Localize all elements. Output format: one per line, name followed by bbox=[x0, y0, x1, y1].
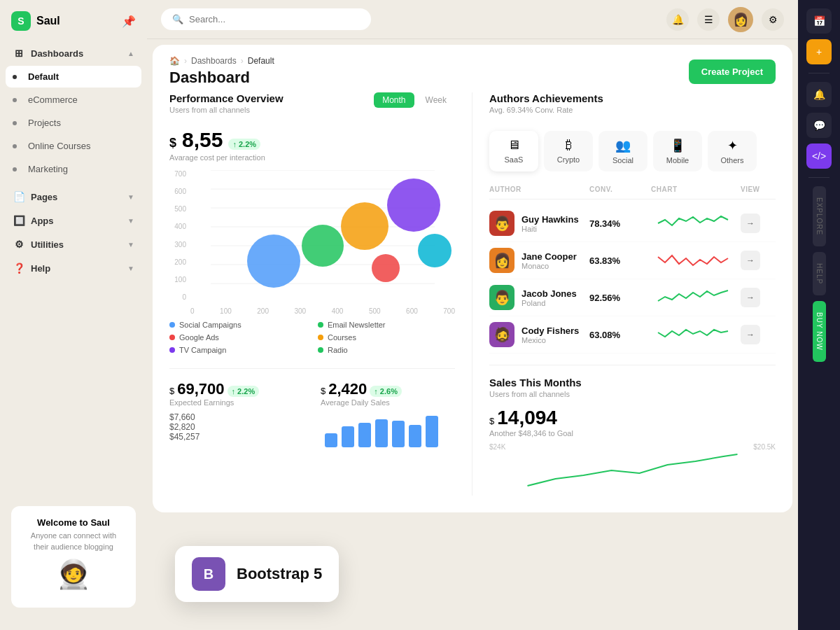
cat-tab-saas[interactable]: 🖥 SaaS bbox=[489, 131, 538, 172]
svg-rect-19 bbox=[426, 416, 438, 447]
col-chart: CHART bbox=[651, 186, 735, 193]
rp-buy-section[interactable]: Buy now bbox=[813, 301, 826, 362]
chevron-icon: ▲ bbox=[127, 50, 134, 57]
author-country-1: Monaco bbox=[522, 262, 577, 270]
daily-sales-dollar: $ bbox=[321, 386, 326, 396]
ecommerce-dot bbox=[13, 98, 17, 102]
welcome-card: Welcome to Saul Anyone can connect with … bbox=[11, 506, 136, 608]
legend-radio-label: Radio bbox=[328, 346, 348, 354]
metric-badge: ↑ 2.2% bbox=[228, 139, 260, 150]
author-info-3: 🧔 Cody Fishers Mexico bbox=[489, 322, 584, 347]
metric-label: Avarage cost per interaction bbox=[169, 153, 455, 162]
pin-icon[interactable]: 📌 bbox=[122, 15, 136, 28]
sidebar-apps-label: Apps bbox=[31, 216, 54, 226]
notifications-button[interactable]: 🔔 bbox=[666, 8, 689, 31]
sidebar-courses-label: Online Courses bbox=[28, 141, 91, 151]
breadcrumb-dashboards[interactable]: Dashboards bbox=[191, 56, 237, 66]
sales-section: Sales This Months Users from all channel… bbox=[489, 365, 776, 496]
rp-message-button[interactable]: 💬 bbox=[806, 113, 832, 138]
cat-tab-mobile[interactable]: 📱 Mobile bbox=[653, 131, 702, 172]
earnings-label: Expected Earnings bbox=[169, 398, 304, 407]
legend-google-ads: Google Ads bbox=[169, 333, 307, 342]
daily-sales-label: Average Daily Sales bbox=[321, 398, 455, 407]
cat-tab-crypto[interactable]: ₿ Crypto bbox=[544, 131, 593, 172]
email-newsletter-dot bbox=[318, 322, 323, 328]
sidebar-item-ecommerce[interactable]: eCommerce bbox=[6, 89, 141, 111]
sidebar-item-marketing[interactable]: Marketing bbox=[6, 158, 141, 180]
rp-help-section[interactable]: Help bbox=[813, 252, 826, 295]
sidebar-item-apps[interactable]: 🔲 Apps ▼ bbox=[6, 209, 141, 232]
others-icon: ✦ bbox=[727, 138, 738, 153]
rp-divider-1 bbox=[808, 73, 830, 74]
sales-y2: $20.5K bbox=[753, 443, 776, 451]
welcome-subtitle: Anyone can connect with their audience b… bbox=[22, 531, 125, 552]
rp-explore-section[interactable]: Explore bbox=[813, 186, 826, 246]
bootstrap-icon: B bbox=[192, 557, 225, 591]
rp-add-button[interactable]: + bbox=[806, 39, 832, 64]
col-conv: CONV. bbox=[589, 186, 645, 193]
radio-dot bbox=[318, 347, 323, 353]
svg-rect-17 bbox=[392, 421, 405, 447]
week-tab[interactable]: Week bbox=[417, 92, 455, 108]
svg-point-7 bbox=[247, 234, 300, 288]
sales-goal: Another $48,346 to Goal bbox=[489, 429, 776, 438]
avatar-guy: 👨 bbox=[489, 211, 514, 236]
rp-notification-button[interactable]: 🔔 bbox=[806, 82, 832, 107]
content-header: 🏠 › Dashboards › Default Dashboard Creat… bbox=[153, 45, 792, 92]
page-title: Dashboard bbox=[169, 69, 274, 87]
menu-button[interactable]: ☰ bbox=[697, 8, 720, 31]
apps-icon: 🔲 bbox=[13, 215, 25, 226]
sales-chart bbox=[489, 451, 776, 493]
avatar-jane: 👩 bbox=[489, 248, 514, 273]
settings-button[interactable]: ⚙ bbox=[762, 8, 784, 31]
sidebar-item-dashboards[interactable]: ⊞ Dashboards ▲ bbox=[6, 42, 141, 64]
sales-subtitle: Users from all channels bbox=[489, 390, 776, 398]
create-project-button[interactable]: Create Project bbox=[689, 59, 776, 84]
others-label: Others bbox=[720, 156, 743, 164]
legend-tv-campaign-label: TV Campaign bbox=[179, 346, 226, 354]
search-input[interactable] bbox=[189, 14, 360, 24]
rp-calendar-button[interactable]: 📅 bbox=[806, 8, 832, 34]
performance-section: Performance Overview Users from all chan… bbox=[169, 92, 472, 496]
utilities-chevron: ▼ bbox=[127, 241, 134, 248]
app-name: Saul bbox=[36, 15, 60, 27]
sidebar-ecommerce-label: eCommerce bbox=[28, 94, 78, 105]
view-btn-0[interactable]: → bbox=[741, 214, 760, 233]
month-tab[interactable]: Month bbox=[374, 92, 414, 108]
cat-tab-social[interactable]: 👥 Social bbox=[598, 131, 648, 172]
sidebar-item-projects[interactable]: Projects bbox=[6, 112, 141, 134]
earnings-value: 69,700 bbox=[177, 380, 224, 398]
avatar-cody: 🧔 bbox=[489, 322, 514, 347]
sidebar-item-default[interactable]: Default bbox=[6, 66, 141, 88]
conv-rate-0: 78.34% bbox=[589, 218, 645, 229]
svg-rect-16 bbox=[375, 419, 388, 447]
metric-dollar: $ bbox=[169, 136, 176, 150]
courses-dot bbox=[13, 144, 17, 148]
sidebar-item-utilities[interactable]: ⚙ Utilities ▼ bbox=[6, 233, 141, 255]
search-box[interactable]: 🔍 bbox=[161, 8, 371, 30]
author-country-2: Poland bbox=[522, 299, 577, 307]
sidebar-pages-label: Pages bbox=[31, 192, 57, 202]
sidebar-item-pages[interactable]: 📄 Pages ▼ bbox=[6, 186, 141, 208]
view-btn-1[interactable]: → bbox=[741, 251, 760, 270]
view-btn-2[interactable]: → bbox=[741, 288, 760, 307]
projects-dot bbox=[13, 121, 17, 125]
author-info-0: 👨 Guy Hawkins Haiti bbox=[489, 211, 584, 236]
view-btn-3[interactable]: → bbox=[741, 325, 760, 344]
cat-tab-others[interactable]: ✦ Others bbox=[708, 131, 757, 172]
sidebar-default-label: Default bbox=[28, 71, 59, 82]
google-ads-dot bbox=[169, 335, 175, 340]
crypto-label: Crypto bbox=[557, 155, 580, 164]
active-dot bbox=[13, 75, 17, 79]
perf-header: Performance Overview Users from all chan… bbox=[169, 92, 455, 122]
svg-rect-18 bbox=[409, 425, 421, 447]
author-row-2: 👨 Jacob Jones Poland 92.56% → bbox=[489, 279, 776, 316]
rp-code-button[interactable]: </> bbox=[806, 144, 832, 169]
user-avatar[interactable]: 👩 bbox=[728, 7, 753, 32]
sidebar-item-online-courses[interactable]: Online Courses bbox=[6, 135, 141, 157]
search-icon: 🔍 bbox=[172, 14, 183, 24]
breadcrumb-home[interactable]: 🏠 bbox=[169, 56, 180, 66]
svg-rect-14 bbox=[342, 426, 354, 447]
sidebar-item-help[interactable]: ❓ Help ▼ bbox=[6, 257, 141, 279]
buy-label: Buy now bbox=[816, 307, 823, 356]
